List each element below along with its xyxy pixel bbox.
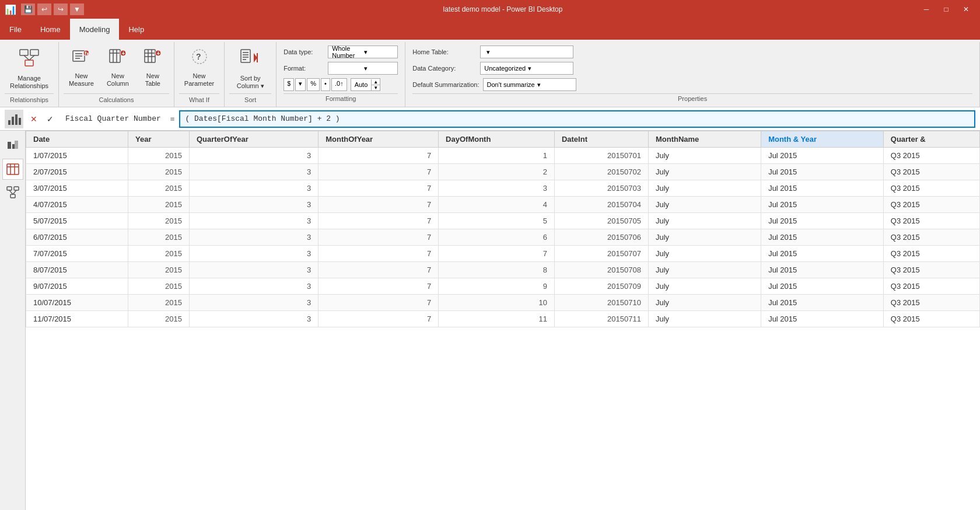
table-cell[interactable]: 20150703 bbox=[554, 180, 648, 197]
data-view-icon[interactable] bbox=[2, 159, 23, 180]
table-cell[interactable]: 3/07/2015 bbox=[26, 180, 128, 197]
table-cell[interactable]: 7/07/2015 bbox=[26, 246, 128, 262]
table-cell[interactable]: 3 bbox=[189, 164, 318, 180]
thousands-button[interactable]: • bbox=[321, 78, 330, 91]
table-cell[interactable]: 1 bbox=[439, 148, 555, 164]
increase-decimal[interactable]: .0↑ bbox=[331, 78, 347, 91]
menu-file[interactable]: File bbox=[0, 19, 31, 40]
maximize-button[interactable]: □ bbox=[937, 4, 956, 15]
table-cell[interactable]: 3 bbox=[189, 262, 318, 278]
table-cell[interactable]: 3 bbox=[189, 213, 318, 229]
table-cell[interactable]: 2015 bbox=[128, 148, 190, 164]
home-table-dropdown[interactable]: ▾ bbox=[480, 46, 573, 58]
table-cell[interactable]: 3 bbox=[189, 246, 318, 262]
col-quarter[interactable]: Quarter & bbox=[883, 131, 979, 148]
manage-relationships-button[interactable]: ManageRelationships bbox=[5, 44, 54, 86]
new-parameter-button[interactable]: ? NewParameter bbox=[179, 44, 219, 86]
table-cell[interactable]: 10 bbox=[439, 295, 555, 311]
table-cell[interactable]: Q3 2015 bbox=[883, 278, 979, 295]
table-cell[interactable]: 7 bbox=[318, 213, 439, 229]
table-cell[interactable]: 2/07/2015 bbox=[26, 164, 128, 180]
table-cell[interactable]: 2015 bbox=[128, 246, 190, 262]
table-cell[interactable]: July bbox=[648, 229, 761, 246]
table-cell[interactable]: July bbox=[648, 164, 761, 180]
undo-button[interactable]: ↩ bbox=[37, 4, 51, 15]
table-cell[interactable]: 20150702 bbox=[554, 164, 648, 180]
table-cell[interactable]: Q3 2015 bbox=[883, 213, 979, 229]
table-cell[interactable]: Q3 2015 bbox=[883, 311, 979, 327]
dropdown-arrow[interactable]: ▼ bbox=[70, 4, 84, 15]
table-cell[interactable]: 7 bbox=[318, 197, 439, 213]
table-cell[interactable]: Jul 2015 bbox=[761, 164, 884, 180]
table-cell[interactable]: July bbox=[648, 213, 761, 229]
table-cell[interactable]: 3 bbox=[189, 229, 318, 246]
model-view-icon[interactable] bbox=[2, 182, 23, 203]
table-cell[interactable]: Jul 2015 bbox=[761, 180, 884, 197]
table-cell[interactable]: Q3 2015 bbox=[883, 246, 979, 262]
table-cell[interactable]: July bbox=[648, 180, 761, 197]
table-cell[interactable]: 7 bbox=[318, 246, 439, 262]
table-cell[interactable]: 6/07/2015 bbox=[26, 229, 128, 246]
table-cell[interactable]: 9/07/2015 bbox=[26, 278, 128, 295]
table-cell[interactable]: 7 bbox=[318, 262, 439, 278]
table-cell[interactable]: 20150704 bbox=[554, 197, 648, 213]
decrement-button[interactable]: ▼ bbox=[372, 85, 380, 90]
data-type-dropdown[interactable]: Whole Number ▾ bbox=[328, 46, 398, 58]
table-cell[interactable]: 11/07/2015 bbox=[26, 311, 128, 327]
data-category-dropdown[interactable]: Uncategorized ▾ bbox=[480, 62, 573, 75]
table-cell[interactable]: 8 bbox=[439, 262, 555, 278]
table-cell[interactable]: 2015 bbox=[128, 229, 190, 246]
table-cell[interactable]: 3 bbox=[189, 311, 318, 327]
table-cell[interactable]: 9 bbox=[439, 278, 555, 295]
save-button[interactable]: 💾 bbox=[21, 4, 35, 15]
table-cell[interactable]: 11 bbox=[439, 311, 555, 327]
col-month-year[interactable]: Month & Year bbox=[761, 131, 884, 148]
table-cell[interactable]: 7 bbox=[318, 311, 439, 327]
table-cell[interactable]: 20150710 bbox=[554, 295, 648, 311]
table-cell[interactable]: 5 bbox=[439, 213, 555, 229]
table-cell[interactable]: 2015 bbox=[128, 197, 190, 213]
increment-button[interactable]: ▲ bbox=[372, 79, 380, 85]
window-controls[interactable]: ─ □ ✕ bbox=[917, 4, 975, 15]
close-button[interactable]: ✕ bbox=[957, 4, 975, 15]
report-view-icon[interactable] bbox=[2, 135, 23, 156]
table-cell[interactable]: 8/07/2015 bbox=[26, 262, 128, 278]
sort-by-column-button[interactable]: Sort byColumn ▾ bbox=[229, 44, 271, 86]
table-cell[interactable]: July bbox=[648, 278, 761, 295]
table-cell[interactable]: 10/07/2015 bbox=[26, 295, 128, 311]
minimize-button[interactable]: ─ bbox=[917, 4, 936, 15]
table-cell[interactable]: Q3 2015 bbox=[883, 180, 979, 197]
cancel-formula-button[interactable]: ✕ bbox=[28, 112, 40, 126]
redo-button[interactable]: ↪ bbox=[54, 4, 68, 15]
table-cell[interactable]: 2015 bbox=[128, 311, 190, 327]
table-cell[interactable]: 2015 bbox=[128, 213, 190, 229]
percent-button[interactable]: % bbox=[307, 78, 320, 91]
table-cell[interactable]: July bbox=[648, 148, 761, 164]
menu-home[interactable]: Home bbox=[31, 19, 70, 40]
table-cell[interactable]: 2015 bbox=[128, 295, 190, 311]
table-cell[interactable]: 20150701 bbox=[554, 148, 648, 164]
table-cell[interactable]: Jul 2015 bbox=[761, 148, 884, 164]
table-cell[interactable]: 20150711 bbox=[554, 311, 648, 327]
table-cell[interactable]: 3 bbox=[189, 180, 318, 197]
new-table-button[interactable]: + NewTable bbox=[136, 44, 169, 86]
new-measure-button[interactable]: fx NewMeasure bbox=[64, 44, 99, 86]
formula-input[interactable] bbox=[179, 110, 975, 128]
table-cell[interactable]: Jul 2015 bbox=[761, 278, 884, 295]
table-cell[interactable]: Q3 2015 bbox=[883, 148, 979, 164]
table-cell[interactable]: 5/07/2015 bbox=[26, 213, 128, 229]
table-cell[interactable]: 3 bbox=[189, 197, 318, 213]
new-column-button[interactable]: + NewColumn bbox=[102, 44, 134, 86]
table-cell[interactable]: 3 bbox=[189, 295, 318, 311]
table-cell[interactable]: 7 bbox=[318, 148, 439, 164]
table-cell[interactable]: Q3 2015 bbox=[883, 295, 979, 311]
col-monthofyear[interactable]: MonthOfYear bbox=[318, 131, 439, 148]
table-cell[interactable]: 2015 bbox=[128, 262, 190, 278]
table-cell[interactable]: 4 bbox=[439, 197, 555, 213]
table-cell[interactable]: 20150705 bbox=[554, 213, 648, 229]
table-cell[interactable]: 2015 bbox=[128, 278, 190, 295]
table-cell[interactable]: July bbox=[648, 262, 761, 278]
table-cell[interactable]: 3 bbox=[439, 180, 555, 197]
menu-help[interactable]: Help bbox=[119, 19, 153, 40]
currency-button[interactable]: $ bbox=[284, 78, 294, 91]
